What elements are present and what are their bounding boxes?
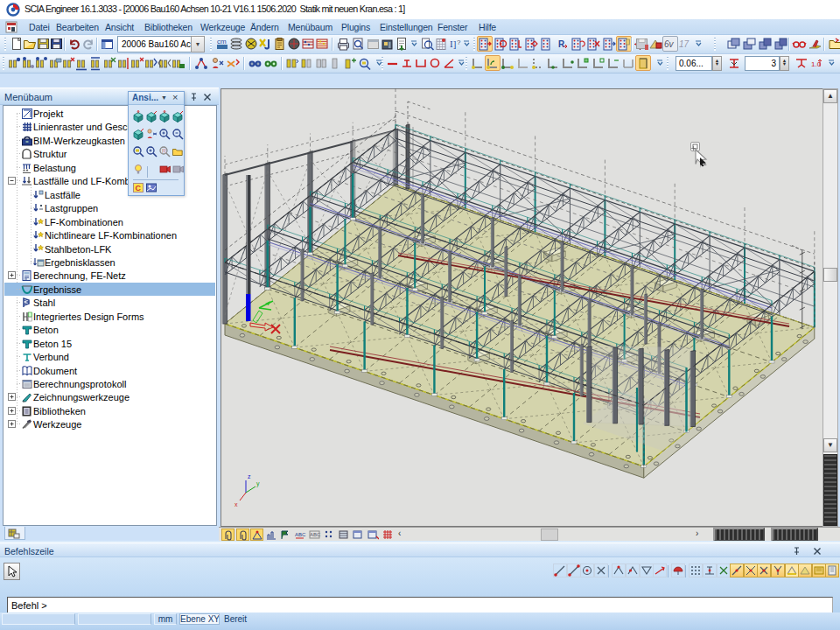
svg-text:y: y: [256, 480, 260, 487]
svg-text:z: z: [248, 473, 251, 480]
svg-text:I]: I]: [450, 38, 456, 49]
svg-text:ABC: ABC: [295, 532, 306, 537]
svg-text:cm: cm: [217, 38, 227, 46]
svg-text:R: R: [162, 148, 166, 154]
svg-text:6v: 6v: [664, 39, 675, 49]
svg-text:?: ?: [457, 38, 461, 46]
svg-text:C: C: [136, 184, 142, 192]
svg-text:17: 17: [679, 39, 690, 49]
svg-text:x: x: [234, 501, 238, 508]
svg-text:R: R: [558, 39, 565, 49]
